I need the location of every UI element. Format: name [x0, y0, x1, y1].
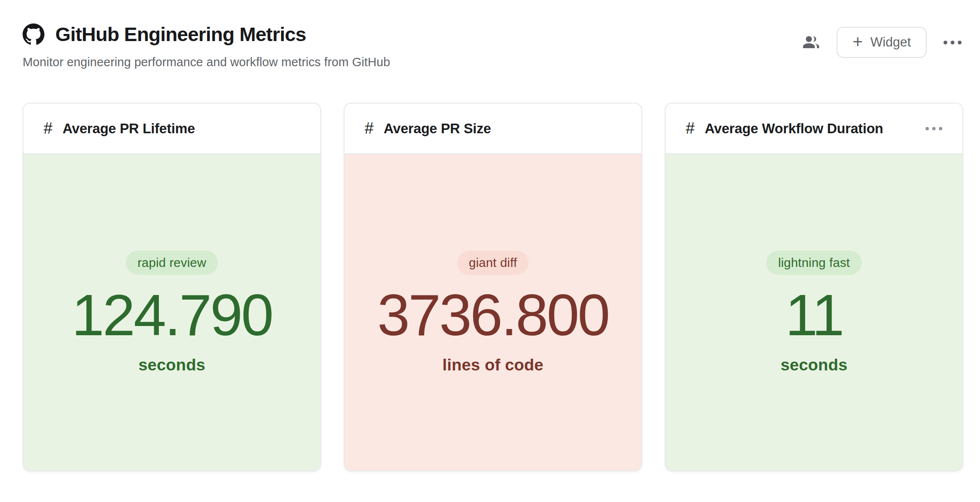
ellipsis-icon: [926, 127, 942, 130]
metric-unit: seconds: [780, 356, 848, 374]
add-widget-label: Widget: [871, 35, 911, 50]
metric-card-pr-size: # Average PR Size giant diff 3736.800 li…: [344, 103, 642, 471]
add-widget-button[interactable]: + Widget: [837, 27, 927, 58]
header-left: GitHub Engineering Metrics Monitor engin…: [23, 23, 390, 69]
metric-card-workflow-duration: # Average Workflow Duration lightning fa…: [665, 103, 963, 471]
metric-unit: seconds: [138, 356, 205, 374]
metric-unit: lines of code: [443, 356, 544, 374]
widget-body: giant diff 3736.800 lines of code: [345, 154, 641, 471]
widgets-row: # Average PR Lifetime rapid review 124.7…: [0, 103, 980, 471]
hash-icon: #: [686, 119, 695, 137]
hash-icon: #: [44, 119, 52, 137]
page-subtitle: Monitor engineering performance and work…: [23, 55, 390, 69]
ellipsis-icon: [944, 41, 962, 44]
widget-header: # Average PR Lifetime: [23, 104, 320, 154]
widget-body: lightning fast 11 seconds: [666, 154, 962, 471]
metric-value: 3736.800: [377, 284, 609, 346]
collaborators-button[interactable]: [802, 34, 820, 51]
page-more-button[interactable]: [944, 41, 962, 44]
github-logo-icon: [23, 23, 44, 45]
widget-title: Average Workflow Duration: [705, 121, 883, 137]
hash-icon: #: [365, 119, 373, 137]
people-icon: [802, 34, 820, 51]
widget-title: Average PR Size: [384, 121, 491, 137]
metric-card-pr-lifetime: # Average PR Lifetime rapid review 124.7…: [23, 103, 321, 471]
widget-body: rapid review 124.790 seconds: [23, 154, 320, 471]
header-actions: + Widget: [802, 27, 962, 58]
widget-more-button[interactable]: [926, 127, 942, 130]
status-badge: rapid review: [126, 251, 218, 275]
page-title: GitHub Engineering Metrics: [55, 23, 306, 45]
plus-icon: +: [853, 33, 863, 51]
metric-value: 11: [785, 284, 843, 346]
status-badge: giant diff: [457, 251, 529, 275]
metric-value: 124.790: [72, 284, 272, 346]
dashboard-header: GitHub Engineering Metrics Monitor engin…: [0, 0, 980, 69]
widget-header: # Average PR Size: [345, 104, 641, 154]
widget-header: # Average Workflow Duration: [666, 104, 962, 154]
title-row: GitHub Engineering Metrics: [23, 23, 390, 45]
status-badge: lightning fast: [766, 251, 861, 275]
widget-title: Average PR Lifetime: [62, 121, 195, 137]
